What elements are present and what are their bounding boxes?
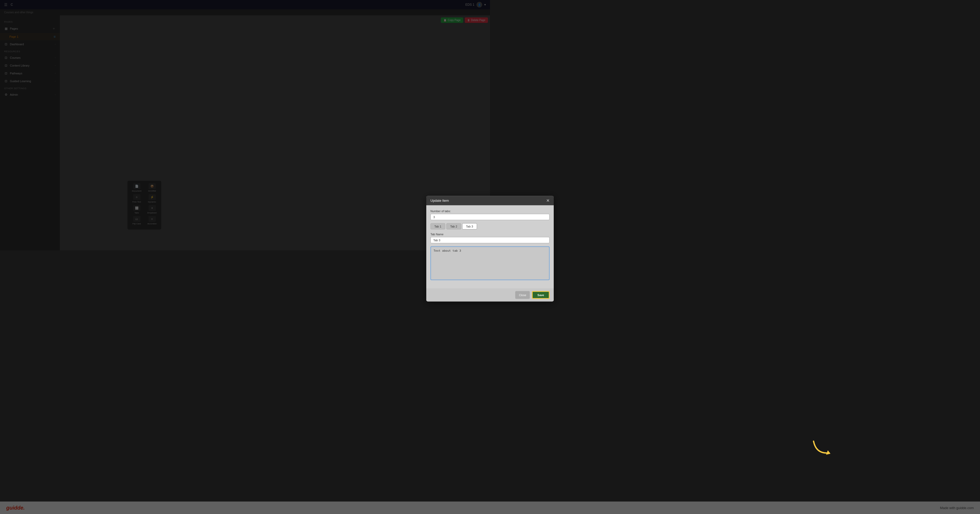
tab-name-input[interactable] [430, 237, 490, 243]
modal-title: Update Item [430, 198, 449, 203]
update-item-modal: Update Item ✕ Number of tabs: 1 2 3 4 5 … [426, 196, 490, 257]
tab3-button[interactable]: Tab 3 [462, 223, 477, 229]
tab-content-textarea[interactable]: Text about tab 3 [430, 246, 490, 257]
tab1-button[interactable]: Tab 1 [430, 223, 445, 229]
modal-header: Update Item ✕ [426, 196, 490, 205]
tabs-row: Tab 1 Tab 2 Tab 3 [430, 223, 490, 229]
modal-overlay [0, 0, 490, 257]
tab2-button[interactable]: Tab 2 [446, 223, 461, 229]
tab-name-label: Tab Name [430, 232, 490, 236]
modal-body: Number of tabs: 1 2 3 4 5 Tab 1 Tab 2 Ta… [426, 205, 490, 257]
num-tabs-select[interactable]: 1 2 3 4 5 [430, 214, 490, 220]
num-tabs-label: Number of tabs: [430, 209, 490, 213]
